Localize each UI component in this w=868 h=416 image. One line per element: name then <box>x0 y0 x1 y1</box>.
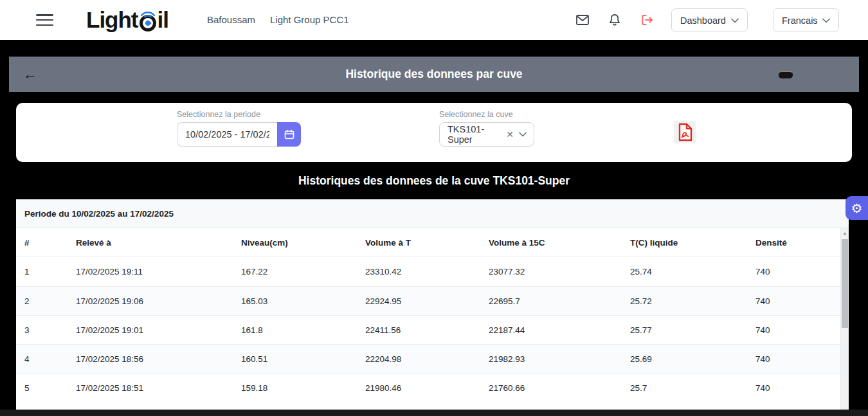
wifi-icon <box>139 8 157 17</box>
location-label: Bafoussam <box>207 14 255 25</box>
cell-index: 1 <box>24 267 76 276</box>
mail-icon <box>575 12 590 28</box>
table-title: Historiques des donnees de la cuve TKS10… <box>298 174 570 188</box>
table-row: 1 17/02/2025 19:11 167.22 23310.42 23077… <box>16 257 840 286</box>
cell-releve: 17/02/2025 19:11 <box>76 267 241 276</box>
cell-niveau: 161.8 <box>241 325 365 335</box>
table-body: 1 17/02/2025 19:11 167.22 23310.42 23077… <box>16 257 840 402</box>
cell-volume-15c: 23077.32 <box>489 267 630 276</box>
cell-index: 4 <box>24 354 76 364</box>
cell-temperature: 25.7 <box>630 383 755 393</box>
table-scrollbar[interactable]: ▲ <box>840 228 849 410</box>
settings-button[interactable]: ⚙ <box>845 196 868 220</box>
language-select[interactable]: Francais <box>773 8 839 32</box>
col-releve: Relevé à <box>76 238 241 248</box>
bell-icon <box>607 12 622 28</box>
cell-densite: 740 <box>755 267 840 276</box>
calendar-icon <box>284 129 295 140</box>
chevron-down-icon <box>519 132 527 137</box>
cell-volume-15c: 22187.44 <box>489 325 630 335</box>
cell-volume-t: 22924.95 <box>365 296 489 306</box>
col-densite: Densité <box>755 238 840 248</box>
banner-title: Historique des donnees par cuve <box>9 68 859 81</box>
scrollbar-thumb[interactable] <box>842 239 848 328</box>
cell-temperature: 25.74 <box>630 267 755 276</box>
section-title-band: Historiques des donnees de la cuve TKS10… <box>0 162 868 199</box>
col-volume-15c: Volume à 15C <box>489 238 630 248</box>
col-volume-t: Volume à T <box>365 238 489 248</box>
cell-volume-t: 22411.56 <box>365 325 489 335</box>
cell-volume-15c: 21982.93 <box>489 354 630 364</box>
cuve-label: Selectionnez la cuve <box>439 110 534 119</box>
logout-button[interactable] <box>638 12 655 28</box>
cell-temperature: 25.72 <box>630 296 755 306</box>
cell-index: 5 <box>24 383 76 393</box>
cell-volume-t: 23310.42 <box>365 267 489 276</box>
period-label: Selectionnez la periode <box>177 110 301 119</box>
logout-icon <box>639 12 655 28</box>
notifications-button[interactable] <box>606 12 623 28</box>
gear-icon: ⚙ <box>851 202 863 215</box>
table-row: 5 17/02/2025 18:51 159.18 21980.46 21760… <box>16 373 840 402</box>
logo-text-left: Light <box>86 7 138 33</box>
calendar-button[interactable] <box>277 122 301 147</box>
chevron-down-icon <box>822 18 830 23</box>
period-summary: Periode du 10/02/2025 au 17/02/2025 <box>16 199 849 228</box>
filter-card: Selectionnez la periode Selectionnez la … <box>16 103 852 162</box>
cell-volume-t: 21980.46 <box>365 383 489 393</box>
table-row: 2 17/02/2025 19:06 165.03 22924.95 22695… <box>16 286 840 315</box>
clear-icon[interactable]: ✕ <box>506 129 514 140</box>
cell-volume-15c: 22695.7 <box>489 296 630 306</box>
cell-releve: 17/02/2025 19:01 <box>76 325 241 335</box>
cell-densite: 740 <box>755 325 840 335</box>
cell-volume-15c: 21760.66 <box>489 383 630 393</box>
cell-niveau: 160.51 <box>241 354 365 364</box>
language-select-value: Francais <box>782 15 818 26</box>
mail-button[interactable] <box>574 12 591 28</box>
pdf-icon <box>677 123 693 141</box>
cell-releve: 17/02/2025 18:51 <box>76 383 241 393</box>
cell-densite: 740 <box>755 354 840 364</box>
page: Light il Bafoussam Light Group PCC1 <box>0 0 868 416</box>
dashboard-select-value: Dashboard <box>680 15 726 26</box>
col-temperature: T(C) liquide <box>630 238 755 248</box>
period-filter: Selectionnez la periode <box>177 110 301 147</box>
export-pdf-button[interactable] <box>674 121 696 143</box>
scroll-up-icon[interactable]: ▲ <box>841 231 849 235</box>
tank-icon <box>779 71 793 78</box>
logo-text-right: il <box>158 7 168 33</box>
chevron-down-icon <box>731 18 739 23</box>
cell-densite: 740 <box>755 296 840 306</box>
back-arrow-icon[interactable]: ← <box>23 68 37 82</box>
cell-index: 3 <box>24 325 76 335</box>
table-header-row: # Relevé à Niveau(cm) Volume à T Volume … <box>16 228 840 257</box>
cell-releve: 17/02/2025 18:56 <box>76 354 241 364</box>
group-label: Light Group PCC1 <box>270 14 349 25</box>
dashboard-select[interactable]: Dashboard <box>671 8 748 32</box>
table-row: 4 17/02/2025 18:56 160.51 22204.98 21982… <box>16 344 840 373</box>
period-input[interactable] <box>177 122 277 147</box>
bottom-bar <box>0 410 868 416</box>
menu-icon[interactable] <box>36 14 53 26</box>
cell-densite: 740 <box>755 383 840 393</box>
col-index: # <box>24 238 76 248</box>
cell-temperature: 25.69 <box>630 354 755 364</box>
cuve-select-value: TKS101-Super <box>448 124 501 145</box>
lightoil-logo: Light il <box>86 5 168 35</box>
col-niveau: Niveau(cm) <box>241 238 365 248</box>
cuve-select[interactable]: TKS101-Super ✕ <box>439 122 534 147</box>
cell-temperature: 25.77 <box>630 325 755 335</box>
cuve-filter: Selectionnez la cuve TKS101-Super ✕ <box>439 110 534 147</box>
cell-niveau: 159.18 <box>241 383 365 393</box>
banner: ← Historique des donnees par cuve <box>9 57 859 92</box>
data-table-card: Periode du 10/02/2025 au 17/02/2025 # Re… <box>16 199 849 410</box>
table-row: 3 17/02/2025 19:01 161.8 22411.56 22187.… <box>16 315 840 344</box>
top-navbar: Light il Bafoussam Light Group PCC1 <box>0 0 868 40</box>
cell-volume-t: 22204.98 <box>365 354 489 364</box>
cell-niveau: 165.03 <box>241 296 365 306</box>
cell-index: 2 <box>24 296 76 306</box>
cell-releve: 17/02/2025 19:06 <box>76 296 241 306</box>
logo-drop-icon <box>140 15 156 32</box>
cell-niveau: 167.22 <box>241 267 365 276</box>
